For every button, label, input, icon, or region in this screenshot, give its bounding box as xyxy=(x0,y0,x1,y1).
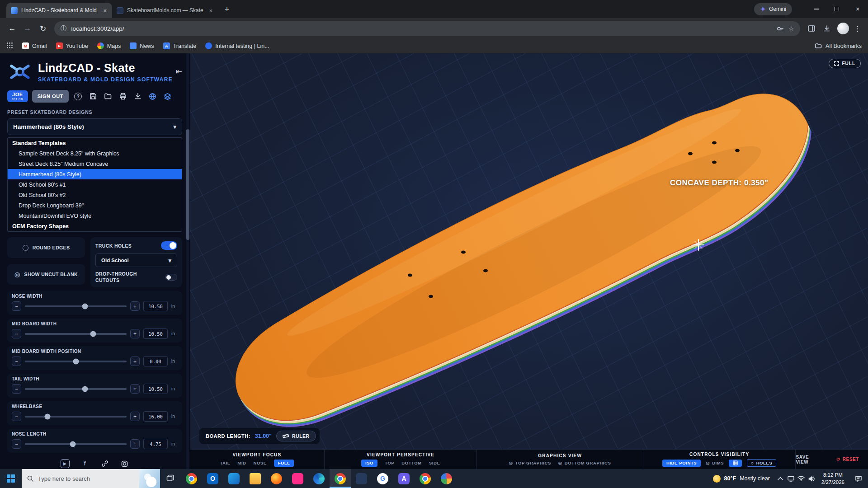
save-view-button[interactable]: SAVE VIEW xyxy=(796,455,822,465)
grid-toggle-button[interactable] xyxy=(729,460,742,467)
taskbar-app-firefox[interactable] xyxy=(266,469,287,488)
increment-button[interactable]: + xyxy=(130,384,140,394)
sign-out-button[interactable]: SIGN OUT xyxy=(32,90,69,103)
sidebar-scrollbar-track[interactable] xyxy=(186,53,189,469)
taskbar-app-a[interactable]: A xyxy=(393,469,415,488)
ruler-button[interactable]: RULER xyxy=(276,431,316,441)
slider-track[interactable] xyxy=(25,361,127,362)
holes-toggle-button[interactable]: ○HOLES xyxy=(747,459,776,467)
decrement-button[interactable]: − xyxy=(12,384,21,394)
perspective-side-button[interactable]: SIDE xyxy=(429,460,440,465)
dropdown-item[interactable]: Mountain/Downhill EVO style xyxy=(8,211,182,221)
slider-knob[interactable] xyxy=(90,331,96,337)
all-bookmarks-button[interactable]: All Bookmarks xyxy=(815,43,862,49)
taskbar-search-input[interactable]: Type here to search xyxy=(22,469,160,488)
decrement-button[interactable]: − xyxy=(12,357,21,366)
download-button[interactable] xyxy=(132,91,143,102)
start-button[interactable] xyxy=(0,469,22,488)
globe-button[interactable] xyxy=(147,91,158,102)
action-center-button[interactable] xyxy=(849,475,868,482)
youtube-link-icon[interactable]: ▶ xyxy=(61,459,70,468)
taskbar-app-paint[interactable] xyxy=(436,469,457,488)
tray-expand-icon[interactable] xyxy=(775,477,786,480)
slider-track[interactable] xyxy=(25,333,127,335)
address-bar[interactable]: ⓘ localhost:3002/app/ ☆ xyxy=(54,21,800,36)
volume-tray-icon[interactable] xyxy=(807,476,817,482)
site-info-icon[interactable]: ⓘ xyxy=(61,24,67,33)
bookmark-translate[interactable]: ATranslate xyxy=(163,42,197,49)
tab-skateboardmolds[interactable]: SkateboardMolds.com — Skate × xyxy=(112,3,218,18)
tab-close-icon[interactable]: × xyxy=(102,7,108,14)
sidebar-collapse-icon[interactable]: ⇤ xyxy=(176,67,182,76)
focus-full-button[interactable]: FULL xyxy=(274,460,294,467)
slider-value[interactable]: 4.75 xyxy=(143,439,168,449)
dropdown-item[interactable]: Drop Deck Longboard 39" xyxy=(8,200,182,211)
slider-track[interactable] xyxy=(25,416,127,418)
reset-view-button[interactable]: ↺RESET xyxy=(836,457,859,462)
truck-holes-toggle[interactable] xyxy=(161,241,177,250)
drop-through-toggle[interactable] xyxy=(165,274,177,281)
share-link-icon[interactable] xyxy=(100,459,109,468)
weather-widget[interactable]: 80°F Mostly clear xyxy=(708,475,775,483)
bookmark-maps[interactable]: Maps xyxy=(97,42,121,49)
bookmark-gmail[interactable]: MGmail xyxy=(22,42,47,49)
slider-knob[interactable] xyxy=(70,441,75,447)
preset-select[interactable]: Hammerhead (80s Style) ▾ xyxy=(7,118,182,135)
apps-grid-icon[interactable] xyxy=(6,42,13,50)
decrement-button[interactable]: − xyxy=(12,329,21,338)
task-view-button[interactable] xyxy=(160,469,181,488)
slider-value[interactable]: 16.00 xyxy=(143,411,168,422)
print-button[interactable] xyxy=(118,91,128,102)
focus-tail-button[interactable]: TAIL xyxy=(220,460,230,465)
taskbar-clock[interactable]: 8:12 PM 2/27/2026 xyxy=(817,471,849,486)
viewport-3d[interactable]: FULL CONCAVE DEPTH: 0.350" BOARD LENGTH:… xyxy=(190,53,868,469)
taskbar-app-office[interactable] xyxy=(223,469,245,488)
slider-knob[interactable] xyxy=(44,413,50,419)
taskbar-app-google[interactable]: G xyxy=(372,469,393,488)
sidebar-scrollbar-thumb[interactable] xyxy=(186,129,189,240)
bookmark-news[interactable]: News xyxy=(130,42,154,49)
show-uncut-blank-option[interactable]: ◎ SHOW UNCUT BLANK xyxy=(7,264,85,285)
slider-knob[interactable] xyxy=(73,358,79,364)
focus-nose-button[interactable]: NOSE xyxy=(253,460,266,465)
facebook-link-icon[interactable]: f xyxy=(80,459,90,468)
taskbar-app-chrome-2[interactable] xyxy=(415,469,436,488)
taskbar-app-outlook[interactable]: O xyxy=(202,469,223,488)
bottom-graphics-button[interactable]: ◎BOTTOM GRAPHICS xyxy=(558,460,611,465)
increment-button[interactable]: + xyxy=(130,329,140,338)
forward-button[interactable]: → xyxy=(20,21,35,36)
dropdown-item[interactable]: Old School 80's #2 xyxy=(8,190,182,200)
taskbar-app-dark[interactable] xyxy=(351,469,372,488)
decrement-button[interactable]: − xyxy=(12,439,21,449)
increment-button[interactable]: + xyxy=(130,412,140,421)
slider-value[interactable]: 10.50 xyxy=(143,384,168,394)
profile-avatar[interactable] xyxy=(837,23,849,34)
display-tray-icon[interactable] xyxy=(786,476,796,482)
taskbar-app-chrome[interactable] xyxy=(181,469,202,488)
instagram-link-icon[interactable] xyxy=(120,459,129,468)
truck-holes-style-select[interactable]: Old School ▾ xyxy=(95,253,177,267)
increment-button[interactable]: + xyxy=(130,439,140,449)
dropdown-item-selected[interactable]: Hammerhead (80s Style) xyxy=(8,169,182,179)
increment-button[interactable]: + xyxy=(130,357,140,366)
new-tab-button[interactable]: + xyxy=(221,3,233,16)
decrement-button[interactable]: − xyxy=(12,412,21,421)
open-file-button[interactable] xyxy=(103,91,113,102)
user-badge[interactable]: JOE 831 CR xyxy=(7,90,28,102)
window-maximize-button[interactable] xyxy=(826,0,847,18)
focus-mid-button[interactable]: MID xyxy=(237,460,246,465)
gemini-button[interactable]: Gemini xyxy=(754,3,792,15)
help-button[interactable]: ? xyxy=(73,91,84,102)
slider-track[interactable] xyxy=(25,305,127,307)
increment-button[interactable]: + xyxy=(130,301,140,311)
taskbar-app-pink[interactable] xyxy=(287,469,308,488)
save-button[interactable] xyxy=(88,91,99,102)
slider-knob[interactable] xyxy=(82,386,88,392)
slider-track[interactable] xyxy=(25,443,127,445)
top-graphics-button[interactable]: ◎TOP GRAPHICS xyxy=(509,460,551,465)
decrement-button[interactable]: − xyxy=(12,301,21,311)
taskbar-app-edge[interactable] xyxy=(308,469,330,488)
slider-value[interactable]: 0.00 xyxy=(143,356,168,366)
side-panel-icon[interactable] xyxy=(804,21,819,36)
bookmark-youtube[interactable]: ▶YouTube xyxy=(56,42,88,49)
